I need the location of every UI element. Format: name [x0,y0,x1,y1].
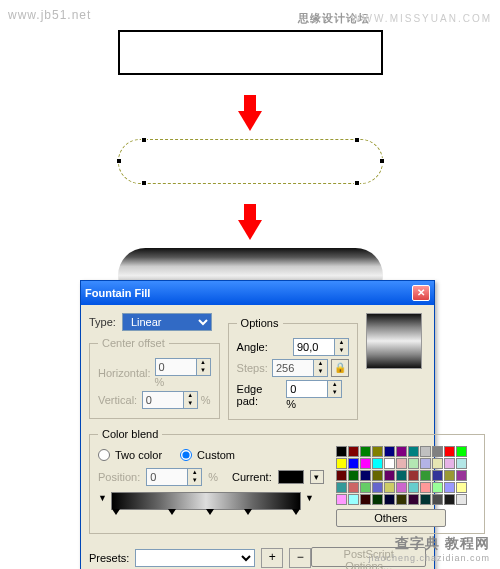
color-swatch[interactable] [444,470,455,481]
color-swatch[interactable] [348,458,359,469]
type-combo[interactable]: Linear [122,313,212,331]
center-offset-group: Center offset Horizontal: ▲▼ % Vertical:… [89,337,220,419]
color-blend-legend: Color blend [98,428,162,440]
current-color-swatch [278,470,304,484]
arrow-down-icon [238,220,262,240]
watermark-chazidian: 查字典 教程网 jiaocheng.chazidian.com [368,535,490,563]
options-group: Options Angle: ▲▼ Steps: ▲▼ 🔒 Edge pad: [228,317,358,420]
others-button[interactable]: Others [336,509,446,527]
color-swatch[interactable] [360,494,371,505]
color-swatch[interactable] [396,458,407,469]
color-swatch[interactable] [432,494,443,505]
color-swatch[interactable] [444,446,455,457]
color-swatch[interactable] [360,470,371,481]
color-swatch[interactable] [336,494,347,505]
color-swatch[interactable] [408,446,419,457]
color-swatch[interactable] [384,458,395,469]
vertical-input [143,392,183,408]
color-swatch[interactable] [372,482,383,493]
center-offset-legend: Center offset [98,337,169,349]
color-swatch[interactable] [456,470,467,481]
color-swatch[interactable] [396,494,407,505]
color-swatch[interactable] [432,482,443,493]
color-swatch[interactable] [348,482,359,493]
steps-input [273,360,313,376]
color-swatch[interactable] [432,458,443,469]
presets-label: Presets: [89,552,129,564]
arrow-down-icon [238,111,262,131]
watermark-jb51: www.jb51.net [8,8,91,22]
dialog-titlebar[interactable]: Fountain Fill ✕ [81,281,434,305]
color-swatch[interactable] [360,458,371,469]
color-swatch[interactable] [444,494,455,505]
color-swatch[interactable] [408,482,419,493]
color-swatch[interactable] [348,446,359,457]
lock-icon[interactable]: 🔒 [331,359,349,377]
color-swatch[interactable] [384,470,395,481]
vertical-label: Vertical: [98,394,137,406]
gradient-preview [366,313,422,369]
marker-left-icon[interactable]: ▼ [98,493,107,503]
color-swatch[interactable] [336,470,347,481]
position-input [147,469,187,485]
color-swatch[interactable] [372,458,383,469]
color-palette[interactable] [336,446,468,505]
current-label: Current: [232,471,272,483]
color-swatch[interactable] [384,446,395,457]
color-swatch[interactable] [420,458,431,469]
color-swatch[interactable] [456,482,467,493]
color-swatch[interactable] [408,470,419,481]
color-swatch[interactable] [432,446,443,457]
color-swatch[interactable] [420,494,431,505]
watermark-missyuan: WWW.MISSYUAN.COM [351,13,492,24]
color-swatch[interactable] [456,458,467,469]
color-swatch[interactable] [396,470,407,481]
dropper-icon[interactable]: ▾ [310,470,324,484]
color-swatch[interactable] [360,482,371,493]
presets-combo[interactable] [135,549,255,567]
tutorial-illustration [0,0,500,303]
color-swatch[interactable] [456,494,467,505]
color-swatch[interactable] [408,494,419,505]
color-swatch[interactable] [432,470,443,481]
edgepad-input[interactable] [287,381,327,397]
color-swatch[interactable] [420,470,431,481]
edgepad-label: Edge pad: [237,383,283,407]
color-swatch[interactable] [444,482,455,493]
color-swatch[interactable] [444,458,455,469]
color-swatch[interactable] [384,494,395,505]
color-swatch[interactable] [420,482,431,493]
gradient-bar[interactable] [111,492,301,510]
color-swatch[interactable] [396,446,407,457]
color-swatch[interactable] [336,482,347,493]
color-blend-group: Color blend Two color Custom Position: ▲… [89,428,485,534]
options-legend: Options [237,317,283,329]
preset-add-button[interactable]: + [261,548,283,568]
position-label: Position: [98,471,140,483]
color-swatch[interactable] [396,482,407,493]
horizontal-label: Horizontal: [98,367,151,379]
close-button[interactable]: ✕ [412,285,430,301]
type-label: Type: [89,316,116,328]
dialog-title: Fountain Fill [85,287,150,299]
color-swatch[interactable] [408,458,419,469]
color-swatch[interactable] [456,446,467,457]
custom-radio[interactable]: Custom [180,449,235,461]
color-swatch[interactable] [360,446,371,457]
angle-input[interactable] [294,339,334,355]
color-swatch[interactable] [336,458,347,469]
color-swatch[interactable] [372,494,383,505]
fountain-fill-dialog: Fountain Fill ✕ Type: Linear Center offs… [80,280,435,569]
color-swatch[interactable] [384,482,395,493]
two-color-radio[interactable]: Two color [98,449,162,461]
angle-label: Angle: [237,341,268,353]
color-swatch[interactable] [348,470,359,481]
color-swatch[interactable] [372,470,383,481]
color-swatch[interactable] [336,446,347,457]
marker-right-icon[interactable]: ▼ [305,493,314,503]
horizontal-input [156,359,196,375]
preset-remove-button[interactable]: − [289,548,311,568]
color-swatch[interactable] [420,446,431,457]
color-swatch[interactable] [348,494,359,505]
color-swatch[interactable] [372,446,383,457]
